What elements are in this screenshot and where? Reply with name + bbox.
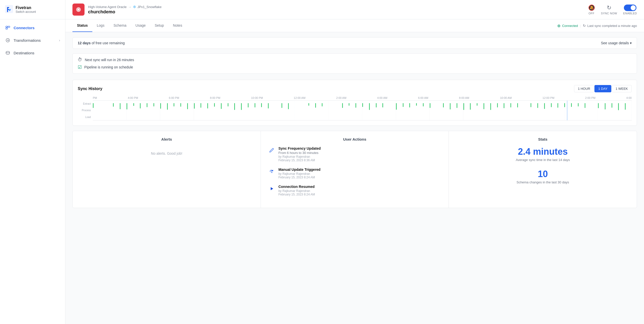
svg-rect-3 [6, 28, 8, 29]
sync-bar [288, 103, 289, 109]
sync-bar [416, 103, 417, 106]
sync-bar [470, 103, 471, 110]
sync-bar [167, 103, 168, 110]
sync-bar [349, 103, 349, 106]
sync-bar [450, 103, 451, 109]
time-btn-1week[interactable]: 1 WEEK [612, 85, 632, 92]
tab-notes[interactable]: Notes [169, 19, 187, 32]
sync-bar [194, 103, 195, 109]
connector-account-name: churchdemo [88, 9, 162, 15]
sync-bar [315, 103, 316, 108]
connection-status-badge: ⊕ Connected [557, 23, 578, 28]
tab-setup[interactable]: Setup [150, 19, 169, 32]
avg-sync-label: Average sync time in the last 14 days [456, 158, 630, 162]
path-arrow: → [128, 5, 131, 9]
destinations-icon [5, 50, 11, 56]
sync-bar [497, 103, 498, 107]
user-actions-title: User Actions [268, 137, 442, 141]
sync-bar [120, 103, 120, 109]
sync-bar [376, 103, 377, 107]
sidebar-item-connectors[interactable]: Connectors [0, 21, 65, 34]
schema-changes-value: 10 [456, 169, 630, 179]
enabled-label: ENABLED [623, 12, 637, 15]
sync-freq-title: Sync Frequency Updated [278, 146, 442, 150]
sync-bar [423, 103, 424, 106]
conn-resumed-date: February 15, 2023 8:24 AM [278, 193, 442, 196]
sync-bar [234, 103, 235, 110]
transformations-icon [5, 37, 11, 43]
connected-icon: ⊕ [557, 23, 560, 28]
snowflake-icon: ❄ [133, 5, 136, 9]
sidebar-item-transformations[interactable]: Transformations › [0, 34, 65, 47]
chart-bars [93, 100, 632, 120]
manual-update-title: Manual Update Triggered [278, 168, 442, 172]
see-usage-text: See usage details [601, 41, 629, 45]
manual-update-date: February 15, 2023 8:24 AM [278, 176, 442, 179]
tabs-bar: Status Logs Schema Usage Setup Notes ⊕ C… [65, 19, 644, 32]
sync-history-title: Sync History [78, 87, 102, 91]
x-axis-label: 8:00 PM [210, 96, 220, 99]
sync-bar [355, 103, 356, 108]
sync-now-button[interactable]: ↻ SYNC NOW [601, 5, 617, 15]
sync-bar [571, 103, 572, 107]
source-name: High-Volume Agent Oracle [88, 5, 127, 9]
chevron-down-icon: ▾ [630, 41, 632, 45]
sync-freq-date: February 15, 2023 8:36 AM [278, 158, 442, 162]
sync-icon: ↻ [607, 5, 611, 11]
sync-bar [564, 103, 565, 107]
sync-bar [241, 103, 242, 110]
header-right: 🔕 OFF ↻ SYNC NOW ENABLED [588, 5, 637, 15]
transformations-chevron-icon: › [59, 38, 60, 42]
switch-account[interactable]: Switch account [16, 10, 36, 14]
time-btn-1day[interactable]: 1 DAY [594, 85, 611, 92]
sync-bar [268, 103, 269, 108]
app-name: Fivetran [16, 6, 36, 10]
x-axis-label: PM [93, 96, 97, 99]
sync-bar [248, 103, 249, 107]
sync-bar [160, 103, 161, 109]
tab-schema[interactable]: Schema [109, 19, 131, 32]
sync-freq-content: Sync Frequency Updated From 6 hours to 3… [278, 146, 442, 162]
sync-bar [207, 103, 208, 108]
sync-bar [228, 103, 228, 106]
sidebar-nav: Connectors Transformations › [0, 19, 65, 61]
sync-bar [551, 103, 552, 107]
sync-bar [625, 103, 626, 110]
y-label-process: Process [78, 109, 91, 112]
destination-label: ❄ JPv1_Snowflake [133, 5, 162, 9]
time-btn-1hour[interactable]: 1 HOUR [574, 85, 594, 92]
sync-bar [221, 103, 222, 109]
sync-bar [214, 103, 215, 107]
sync-bar [93, 103, 94, 108]
free-banner-suffix: of free use remaining [91, 41, 125, 45]
x-axis-label: 12:00 AM [294, 96, 305, 99]
sync-bar [430, 103, 430, 108]
refresh-icon-wrap [268, 168, 275, 175]
x-axis-label: 6:00 PM [169, 96, 179, 99]
user-actions-panel: User Actions Sync Frequency Updated From… [261, 131, 449, 208]
enabled-toggle[interactable] [624, 5, 636, 11]
sync-bar [484, 103, 484, 109]
notifications-button[interactable]: 🔕 OFF [588, 5, 595, 15]
sync-bar [308, 103, 309, 106]
user-action-manual-update: Manual Update Triggered by Rajkumar Raje… [268, 168, 442, 179]
connectors-icon [5, 25, 11, 30]
sync-bar [531, 103, 531, 107]
sync-bar [510, 103, 511, 107]
sidebar-item-destinations[interactable]: Destinations [0, 47, 65, 59]
connected-text: Connected [562, 24, 578, 28]
tab-logs[interactable]: Logs [92, 19, 109, 32]
tab-usage[interactable]: Usage [131, 19, 150, 32]
schema-changes-stat: 10 Schema changes in the last 30 days [456, 169, 630, 184]
alerts-title: Alerts [80, 137, 254, 141]
sync-bar [557, 103, 558, 108]
sync-bar [490, 103, 491, 110]
fivetran-logo-icon [5, 5, 13, 14]
see-usage-button[interactable]: See usage details ▾ [601, 41, 632, 45]
tab-status[interactable]: Status [72, 19, 92, 32]
sync-bar [322, 103, 323, 106]
sync-bar [382, 103, 383, 107]
pipeline-status-info: ☑ Pipeline is running on schedule [78, 64, 632, 70]
destination-name: JPv1_Snowflake [137, 5, 162, 9]
sidebar-connectors-label: Connectors [14, 26, 34, 30]
